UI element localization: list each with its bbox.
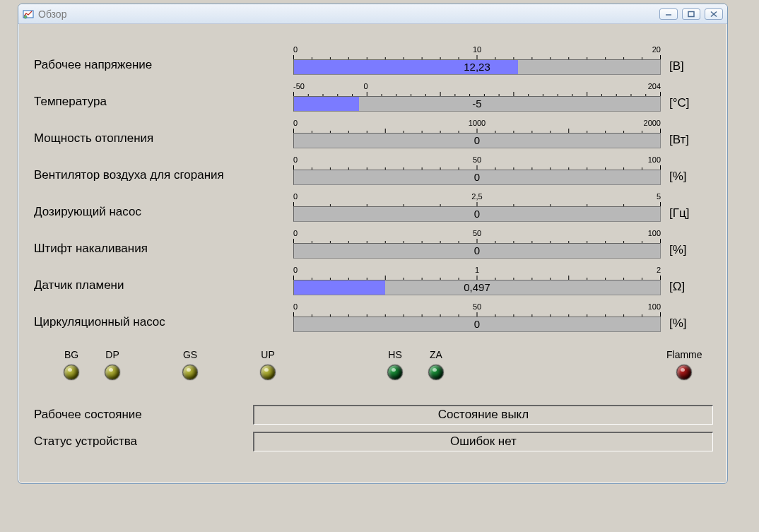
led-icon [260, 365, 276, 380]
gauge-label: Мощность отопления [34, 131, 293, 148]
gauge-value: 0 [294, 170, 660, 184]
close-button[interactable] [705, 8, 723, 20]
device-status-label: Статус устройства [34, 435, 253, 449]
maximize-button[interactable] [682, 8, 700, 20]
gauge-label: Дозирующий насос [34, 205, 293, 222]
indicator-dp: DP [105, 349, 120, 380]
gauge-label: Штифт накаливания [34, 242, 293, 259]
gauge-unit: [°C] [661, 96, 703, 112]
indicator-label: UP [260, 349, 276, 360]
svg-point-1 [24, 15, 27, 18]
gauge-unit: [%] [661, 317, 703, 332]
app-icon [23, 8, 34, 20]
gauge-label: Температура [34, 95, 293, 112]
gauge-bar: 0 [293, 206, 661, 222]
gauge-value: 0 [294, 134, 660, 148]
indicator-hs: HS [387, 349, 403, 380]
indicator-label: BG [64, 349, 79, 360]
gauge-row: Дозирующий насос 02,55 0 [Гц] [34, 185, 713, 222]
gauge: 012 0,497 [293, 266, 661, 295]
gauge-bar: 0 [293, 170, 661, 185]
led-icon [428, 365, 444, 380]
overview-window: Обзор Рабочее напряжение 01020 12,23 [В]… [18, 4, 728, 484]
indicator-za: ZA [428, 349, 444, 380]
titlebar[interactable]: Обзор [18, 4, 727, 24]
led-icon [387, 365, 403, 380]
gauge-bar: 0,497 [293, 280, 661, 295]
gauge-value: -5 [294, 97, 660, 111]
gauge-value: 0 [294, 244, 660, 258]
gauge-bar: 0 [293, 133, 661, 148]
gauge-bar: -5 [293, 96, 661, 112]
gauge-row: Вентилятор воздуха для сгорания 050100 0… [34, 148, 713, 185]
gauge-unit: [%] [661, 243, 703, 259]
gauge: 050100 0 [293, 302, 661, 332]
gauge: 01020 12,23 [293, 45, 661, 75]
gauge: 010002000 0 [293, 119, 661, 148]
gauge-unit: [%] [661, 170, 703, 185]
indicator-label: GS [182, 349, 198, 360]
gauge-label: Вентилятор воздуха для сгорания [34, 168, 293, 185]
svg-rect-3 [688, 11, 694, 16]
indicator-label: DP [105, 349, 120, 360]
led-icon [182, 365, 198, 380]
gauge: 02,55 0 [293, 192, 661, 222]
gauge-row: Циркуляционный насос 050100 0 [%] [34, 295, 713, 332]
operating-state-label: Рабочее состояние [34, 408, 253, 422]
operating-state-value: Состояние выкл [253, 405, 713, 425]
indicator-up: UP [260, 349, 276, 380]
gauge-unit: [В] [661, 59, 703, 75]
indicator-label: ZA [428, 349, 444, 360]
gauge: 050100 0 [293, 155, 661, 185]
content-area: Рабочее напряжение 01020 12,23 [В] Темпе… [18, 24, 727, 468]
minimize-button[interactable] [659, 8, 678, 20]
indicator-label: HS [387, 349, 403, 360]
led-icon [105, 365, 120, 380]
gauge-label: Датчик пламени [34, 278, 293, 295]
device-status-value: Ошибок нет [253, 432, 713, 451]
gauge-bar: 12,23 [293, 59, 661, 75]
gauge-row: Мощность отопления 010002000 0 [Вт] [34, 112, 713, 148]
gauge-unit: [Гц] [661, 206, 703, 222]
gauge-row: Датчик пламени 012 0,497 [Ω] [34, 259, 713, 295]
led-icon [64, 365, 79, 380]
gauge-row: Рабочее напряжение 01020 12,23 [В] [34, 38, 713, 75]
gauge-label: Рабочее напряжение [34, 58, 293, 75]
gauge-bar: 0 [293, 243, 661, 259]
gauge: 050100 0 [293, 229, 661, 259]
indicator-row: BG DP GS UP HS ZA Flamme [34, 345, 713, 384]
gauge-value: 0 [294, 317, 660, 331]
gauge-label: Циркуляционный насос [34, 315, 293, 332]
gauge-row: Штифт накаливания 050100 0 [%] [34, 222, 713, 259]
indicator-bg: BG [64, 349, 79, 380]
gauge-unit: [Вт] [661, 133, 703, 148]
gauge-value: 0 [294, 207, 660, 221]
led-icon [676, 365, 692, 380]
gauge: -500204 -5 [293, 82, 661, 112]
window-title: Обзор [38, 8, 659, 20]
indicator-flamme: Flamme [666, 349, 702, 380]
gauge-value: 12,23 [294, 60, 660, 74]
gauge-value: 0,497 [294, 280, 660, 295]
gauge-unit: [Ω] [661, 280, 703, 295]
gauge-row: Температура -500204 -5 [°C] [34, 75, 713, 112]
indicator-gs: GS [182, 349, 198, 380]
indicator-label: Flamme [666, 349, 702, 360]
gauge-bar: 0 [293, 317, 661, 332]
